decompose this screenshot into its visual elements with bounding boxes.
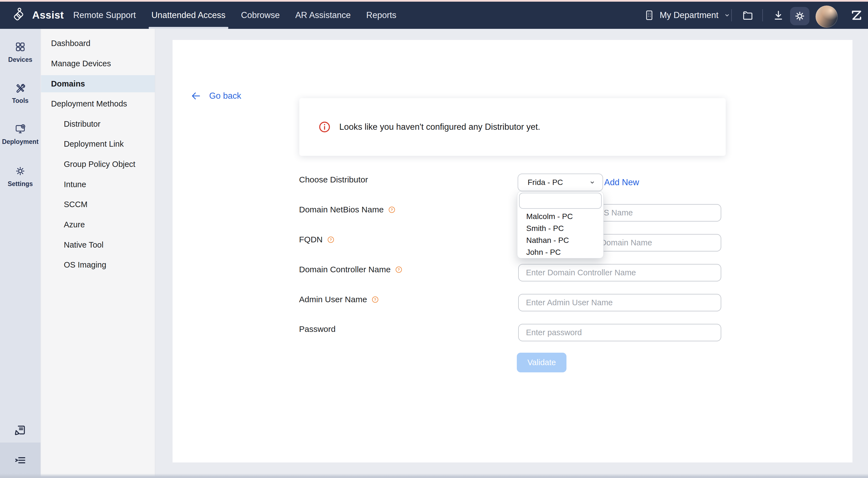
dropdown-option-john[interactable]: John - PC bbox=[517, 246, 603, 258]
rail-label-tools: Tools bbox=[0, 97, 40, 104]
department-icon bbox=[643, 9, 655, 21]
distributor-search-input[interactable] bbox=[519, 193, 602, 209]
download-icon bbox=[772, 9, 785, 22]
rail-item-devices[interactable]: Devices bbox=[0, 41, 40, 63]
zoho-app-switcher[interactable] bbox=[848, 2, 866, 29]
topbar: Assist Remote Support Unattended Access … bbox=[0, 2, 868, 29]
sidebar-item-sccm[interactable]: SCCM bbox=[41, 196, 155, 213]
rail-item-settings[interactable]: Settings bbox=[0, 165, 40, 188]
add-new-link[interactable]: Add New bbox=[604, 173, 639, 191]
collapse-menu-icon bbox=[13, 453, 28, 468]
distributor-select[interactable]: Frida - PC bbox=[518, 173, 603, 191]
topbar-divider bbox=[731, 9, 732, 21]
domain-controller-label: Domain Controller Name ? bbox=[299, 261, 403, 278]
sidebar-item-intune[interactable]: Intune bbox=[41, 176, 155, 193]
go-back-link[interactable]: Go back bbox=[190, 90, 241, 101]
download-button[interactable] bbox=[771, 2, 786, 29]
distributor-dropdown: Malcolm - PC Smith - PC Nathan - PC John… bbox=[517, 191, 603, 258]
tab-unattended-access[interactable]: Unattended Access bbox=[152, 2, 225, 29]
primary-nav: Remote Support Unattended Access Cobrows… bbox=[73, 2, 396, 29]
sidebar-item-os-imaging[interactable]: OS Imaging bbox=[41, 256, 155, 274]
main-area: Go back Looks like you haven't configure… bbox=[155, 29, 868, 478]
help-icon[interactable]: ? bbox=[327, 235, 335, 244]
brand-name: Assist bbox=[32, 9, 64, 21]
tools-icon bbox=[14, 82, 26, 94]
sidebar-item-deployment-link[interactable]: Deployment Link bbox=[41, 135, 155, 153]
password-input[interactable] bbox=[518, 324, 721, 341]
back-arrow-icon bbox=[190, 90, 202, 101]
distributor-selected-value: Frida - PC bbox=[528, 178, 563, 187]
svg-text:?: ? bbox=[330, 237, 332, 242]
gear-icon bbox=[794, 10, 806, 23]
rail-label-settings: Settings bbox=[0, 180, 40, 188]
rail-label-devices: Devices bbox=[0, 56, 40, 63]
sidebar-item-azure[interactable]: Azure bbox=[41, 216, 155, 233]
department-label: My Department bbox=[660, 10, 718, 20]
horizontal-scrollbar-track[interactable] bbox=[0, 474, 868, 478]
zoho-z-icon bbox=[849, 8, 864, 23]
admin-user-input[interactable] bbox=[518, 294, 721, 311]
rail-item-deployment[interactable]: Deployment bbox=[0, 123, 40, 146]
sidebar-item-group-policy-object[interactable]: Group Policy Object bbox=[41, 156, 155, 173]
rail-item-tools[interactable]: Tools bbox=[0, 82, 40, 104]
rail-label-deployment: Deployment bbox=[0, 138, 40, 146]
admin-user-label: Admin User Name ? bbox=[299, 291, 379, 308]
content-panel: Go back Looks like you haven't configure… bbox=[173, 40, 852, 463]
file-transfer-button[interactable] bbox=[740, 2, 756, 29]
help-icon[interactable]: ? bbox=[395, 265, 403, 274]
app-window: Assist Remote Support Unattended Access … bbox=[0, 0, 868, 478]
tab-remote-support[interactable]: Remote Support bbox=[73, 2, 136, 29]
select-chevron-icon bbox=[588, 178, 596, 187]
sidebar-item-native-tool[interactable]: Native Tool bbox=[41, 236, 155, 253]
sidebar-item-deployment-methods[interactable]: Deployment Methods bbox=[41, 95, 155, 112]
avatar[interactable] bbox=[815, 5, 838, 28]
netbios-name-label: Domain NetBios Name ? bbox=[299, 201, 396, 218]
validate-button[interactable]: Validate bbox=[517, 353, 566, 372]
settings-gear-icon bbox=[14, 165, 26, 177]
tab-ar-assistance[interactable]: AR Assistance bbox=[295, 2, 351, 29]
topbar-divider bbox=[762, 9, 763, 21]
dropdown-option-malcolm[interactable]: Malcolm - PC bbox=[517, 211, 603, 222]
help-icon[interactable]: ? bbox=[371, 295, 379, 304]
feedback-button[interactable] bbox=[0, 424, 40, 437]
dropdown-option-smith[interactable]: Smith - PC bbox=[517, 222, 603, 234]
settings-button[interactable] bbox=[790, 7, 809, 25]
sidebar-item-distributor[interactable]: Distributor bbox=[41, 115, 155, 132]
icon-rail: Devices Tools Deployment bbox=[0, 29, 40, 478]
collapse-sidebar-button[interactable] bbox=[0, 443, 40, 478]
chevron-down-icon bbox=[723, 11, 731, 20]
alert-message: Looks like you haven't configured any Di… bbox=[339, 122, 540, 132]
feedback-note-icon bbox=[13, 424, 27, 437]
sidebar-item-manage-devices[interactable]: Manage Devices bbox=[41, 55, 155, 72]
go-back-label: Go back bbox=[209, 91, 241, 101]
svg-text:?: ? bbox=[374, 297, 376, 302]
no-distributor-alert: Looks like you haven't configured any Di… bbox=[299, 98, 726, 156]
department-selector[interactable]: My Department bbox=[643, 2, 731, 29]
tab-cobrowse[interactable]: Cobrowse bbox=[241, 2, 280, 29]
help-icon[interactable]: ? bbox=[388, 205, 396, 214]
domain-controller-input[interactable] bbox=[518, 264, 721, 281]
password-label: Password bbox=[299, 320, 336, 338]
sidebar: Dashboard Manage Devices Domains Deploym… bbox=[40, 29, 155, 478]
choose-distributor-label: Choose Distributor bbox=[299, 171, 368, 188]
tab-reports[interactable]: Reports bbox=[366, 2, 396, 29]
dropdown-option-nathan[interactable]: Nathan - PC bbox=[517, 234, 603, 246]
deployment-icon bbox=[14, 123, 26, 135]
devices-icon bbox=[14, 41, 26, 53]
sidebar-item-domains[interactable]: Domains bbox=[41, 75, 155, 92]
folder-icon bbox=[742, 9, 754, 22]
svg-text:?: ? bbox=[391, 208, 393, 212]
svg-text:?: ? bbox=[398, 267, 400, 272]
fqdn-label: FQDN ? bbox=[299, 231, 335, 248]
assist-logo-icon bbox=[12, 7, 26, 23]
brand: Assist bbox=[12, 2, 64, 29]
info-icon bbox=[318, 121, 331, 133]
sidebar-item-dashboard[interactable]: Dashboard bbox=[41, 35, 155, 52]
